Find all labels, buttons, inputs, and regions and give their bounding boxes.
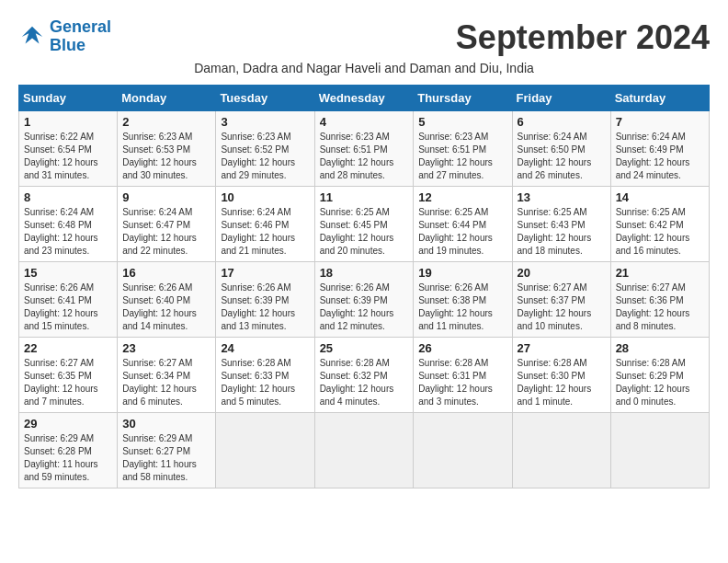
day-number: 29 [24,417,112,431]
day-number: 24 [221,341,309,355]
calendar-header-monday: Monday [118,86,216,111]
day-content: Sunrise: 6:23 AMSunset: 6:51 PMDaylight:… [418,131,506,182]
calendar-cell: 4Sunrise: 6:23 AMSunset: 6:51 PMDaylight… [314,111,414,187]
day-content: Sunrise: 6:26 AMSunset: 6:40 PMDaylight:… [122,282,210,333]
calendar-cell [512,413,610,488]
day-content: Sunrise: 6:24 AMSunset: 6:49 PMDaylight:… [616,131,704,182]
calendar-cell: 30Sunrise: 6:29 AMSunset: 6:27 PMDayligh… [118,413,216,488]
subtitle: Daman, Dadra and Nagar Haveli and Daman … [18,61,710,75]
day-content: Sunrise: 6:29 AMSunset: 6:28 PMDaylight:… [24,432,112,484]
calendar-cell: 11Sunrise: 6:25 AMSunset: 6:45 PMDayligh… [314,187,414,262]
calendar-cell: 24Sunrise: 6:28 AMSunset: 6:33 PMDayligh… [216,338,314,413]
day-content: Sunrise: 6:26 AMSunset: 6:38 PMDaylight:… [418,282,506,333]
day-content: Sunrise: 6:25 AMSunset: 6:44 PMDaylight:… [418,206,506,258]
calendar-cell: 29Sunrise: 6:29 AMSunset: 6:28 PMDayligh… [19,413,118,488]
day-number: 22 [24,341,112,355]
day-number: 5 [418,115,506,129]
calendar-header-tuesday: Tuesday [216,86,314,111]
day-content: Sunrise: 6:27 AMSunset: 6:34 PMDaylight:… [122,357,210,408]
day-number: 2 [122,115,210,129]
calendar-cell: 23Sunrise: 6:27 AMSunset: 6:34 PMDayligh… [118,338,216,413]
calendar-header-row: SundayMondayTuesdayWednesdayThursdayFrid… [19,86,710,111]
calendar-cell [314,413,414,488]
day-number: 27 [518,341,606,355]
day-number: 18 [320,266,409,280]
calendar-cell: 21Sunrise: 6:27 AMSunset: 6:36 PMDayligh… [610,262,709,338]
day-number: 25 [320,341,409,355]
calendar-header-thursday: Thursday [414,86,512,111]
day-number: 7 [616,115,704,129]
day-content: Sunrise: 6:23 AMSunset: 6:51 PMDaylight:… [320,131,409,182]
day-content: Sunrise: 6:29 AMSunset: 6:27 PMDaylight:… [122,432,210,484]
day-number: 6 [518,115,606,129]
calendar-cell: 8Sunrise: 6:24 AMSunset: 6:48 PMDaylight… [19,187,118,262]
month-title: September 2024 [456,18,710,57]
day-number: 26 [418,341,506,355]
calendar-cell: 12Sunrise: 6:25 AMSunset: 6:44 PMDayligh… [414,187,512,262]
calendar-cell [216,413,314,488]
calendar-table: SundayMondayTuesdayWednesdayThursdayFrid… [18,85,710,488]
header: General Blue September 2024 [18,18,710,57]
calendar-cell: 5Sunrise: 6:23 AMSunset: 6:51 PMDaylight… [414,111,512,187]
calendar-cell: 16Sunrise: 6:26 AMSunset: 6:40 PMDayligh… [118,262,216,338]
day-number: 13 [518,190,606,204]
calendar-cell: 20Sunrise: 6:27 AMSunset: 6:37 PMDayligh… [512,262,610,338]
day-number: 21 [616,266,704,280]
day-number: 16 [122,266,210,280]
calendar-header-wednesday: Wednesday [314,86,414,111]
calendar-cell: 19Sunrise: 6:26 AMSunset: 6:38 PMDayligh… [414,262,512,338]
calendar-cell: 22Sunrise: 6:27 AMSunset: 6:35 PMDayligh… [19,338,118,413]
calendar-cell: 15Sunrise: 6:26 AMSunset: 6:41 PMDayligh… [19,262,118,338]
calendar-cell: 9Sunrise: 6:24 AMSunset: 6:47 PMDaylight… [118,187,216,262]
day-content: Sunrise: 6:26 AMSunset: 6:41 PMDaylight:… [24,282,112,333]
calendar-header-friday: Friday [512,86,610,111]
calendar-week-row: 29Sunrise: 6:29 AMSunset: 6:28 PMDayligh… [19,413,710,488]
day-number: 11 [320,190,409,204]
day-number: 19 [418,266,506,280]
day-number: 30 [122,417,210,431]
day-content: Sunrise: 6:26 AMSunset: 6:39 PMDaylight:… [221,282,309,333]
calendar-week-row: 1Sunrise: 6:22 AMSunset: 6:54 PMDaylight… [19,111,710,187]
day-number: 3 [221,115,309,129]
calendar-cell: 25Sunrise: 6:28 AMSunset: 6:32 PMDayligh… [314,338,414,413]
calendar-cell: 28Sunrise: 6:28 AMSunset: 6:29 PMDayligh… [610,338,709,413]
day-number: 10 [221,190,309,204]
calendar-cell: 26Sunrise: 6:28 AMSunset: 6:31 PMDayligh… [414,338,512,413]
day-number: 1 [24,115,112,129]
logo-icon [18,23,46,51]
calendar-header-saturday: Saturday [610,86,709,111]
day-content: Sunrise: 6:28 AMSunset: 6:33 PMDaylight:… [221,357,309,408]
calendar-cell: 7Sunrise: 6:24 AMSunset: 6:49 PMDaylight… [610,111,709,187]
day-content: Sunrise: 6:25 AMSunset: 6:42 PMDaylight:… [616,206,704,258]
day-content: Sunrise: 6:28 AMSunset: 6:32 PMDaylight:… [320,357,409,408]
calendar-cell: 2Sunrise: 6:23 AMSunset: 6:53 PMDaylight… [118,111,216,187]
day-number: 14 [616,190,704,204]
calendar-cell: 17Sunrise: 6:26 AMSunset: 6:39 PMDayligh… [216,262,314,338]
calendar-cell: 13Sunrise: 6:25 AMSunset: 6:43 PMDayligh… [512,187,610,262]
logo-text: General Blue [50,18,111,55]
day-content: Sunrise: 6:27 AMSunset: 6:36 PMDaylight:… [616,282,704,333]
day-content: Sunrise: 6:24 AMSunset: 6:47 PMDaylight:… [122,206,210,258]
day-number: 15 [24,266,112,280]
day-content: Sunrise: 6:28 AMSunset: 6:31 PMDaylight:… [418,357,506,408]
day-number: 8 [24,190,112,204]
day-content: Sunrise: 6:25 AMSunset: 6:43 PMDaylight:… [518,206,606,258]
day-content: Sunrise: 6:23 AMSunset: 6:53 PMDaylight:… [122,131,210,182]
day-number: 20 [518,266,606,280]
day-content: Sunrise: 6:24 AMSunset: 6:46 PMDaylight:… [221,206,309,258]
calendar-cell: 18Sunrise: 6:26 AMSunset: 6:39 PMDayligh… [314,262,414,338]
day-number: 12 [418,190,506,204]
svg-marker-0 [22,27,43,44]
calendar-cell: 14Sunrise: 6:25 AMSunset: 6:42 PMDayligh… [610,187,709,262]
calendar-header-sunday: Sunday [19,86,118,111]
calendar-week-row: 8Sunrise: 6:24 AMSunset: 6:48 PMDaylight… [19,187,710,262]
day-content: Sunrise: 6:24 AMSunset: 6:50 PMDaylight:… [518,131,606,182]
day-content: Sunrise: 6:23 AMSunset: 6:52 PMDaylight:… [221,131,309,182]
day-number: 4 [320,115,409,129]
calendar-cell: 10Sunrise: 6:24 AMSunset: 6:46 PMDayligh… [216,187,314,262]
calendar-cell: 6Sunrise: 6:24 AMSunset: 6:50 PMDaylight… [512,111,610,187]
calendar-cell: 3Sunrise: 6:23 AMSunset: 6:52 PMDaylight… [216,111,314,187]
calendar-cell: 1Sunrise: 6:22 AMSunset: 6:54 PMDaylight… [19,111,118,187]
day-number: 23 [122,341,210,355]
day-content: Sunrise: 6:27 AMSunset: 6:37 PMDaylight:… [518,282,606,333]
